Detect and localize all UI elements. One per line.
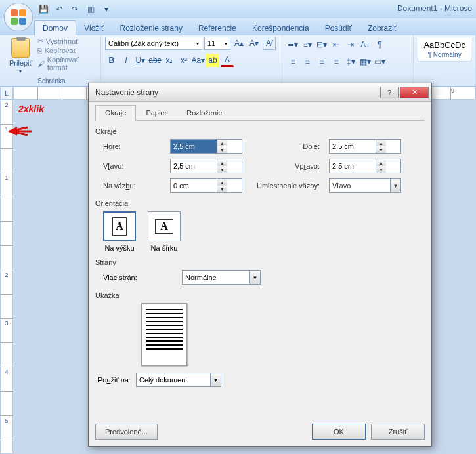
font-color-button[interactable]: A [221, 54, 234, 67]
bold-button[interactable]: B [105, 54, 118, 67]
style-normal[interactable]: AaBbCcDc ¶ Normálny [418, 37, 471, 62]
clear-format-button[interactable]: A⁄ [263, 37, 276, 50]
numbering-button[interactable]: ≡▾ [301, 38, 314, 51]
default-button[interactable]: Predvolené... [95, 424, 158, 440]
borders-button[interactable]: ▭▾ [373, 55, 386, 68]
dialog-title: Nastavenie strany [95, 88, 158, 97]
superscript-button[interactable]: x² [177, 54, 190, 67]
copy-icon: ⎘ [37, 47, 42, 54]
dialog-tab-margins[interactable]: Okraje [95, 105, 136, 121]
chevron-down-icon: ▼ [210, 373, 221, 386]
paste-label: Prilepiť [9, 59, 32, 67]
dialog-tab-paper[interactable]: Papier [136, 105, 177, 121]
close-button[interactable]: ✕ [400, 87, 429, 98]
spin-down-icon[interactable]: ▼ [217, 166, 227, 173]
align-center-button[interactable]: ≡ [301, 55, 314, 68]
office-button[interactable] [4, 3, 33, 31]
chevron-down-icon: ▼ [390, 179, 400, 192]
spin-down-icon[interactable]: ▼ [376, 146, 386, 153]
format-painter-button[interactable]: 🖌Kopírovať formát [37, 56, 97, 72]
spin-up-icon[interactable]: ▲ [217, 179, 227, 186]
fmt-label: Kopírovať formát [47, 56, 97, 72]
dialog-tab-layout[interactable]: Rozloženie [177, 105, 232, 121]
redo-icon[interactable]: ↷ [68, 3, 81, 16]
tab-mailings[interactable]: Korešpondencia [244, 21, 317, 35]
spin-down-icon[interactable]: ▼ [376, 166, 386, 173]
paste-icon [11, 38, 30, 58]
portrait-label: Na výšku [104, 244, 134, 252]
shading-button[interactable]: ▦▾ [358, 55, 372, 68]
style-name: ¶ Normálny [428, 51, 462, 58]
label-multiple: Viac strán: [103, 274, 175, 281]
align-left-button[interactable]: ≡ [286, 55, 299, 68]
show-marks-button[interactable]: ¶ [373, 38, 386, 51]
chevron-down-icon: ▾ [225, 41, 227, 47]
font-name-combo[interactable]: Calibri (Základný text)▾ [105, 37, 202, 50]
cut-label: Vystrihnúť [46, 37, 79, 45]
font-size-combo[interactable]: 11▾ [204, 37, 230, 50]
undo-icon[interactable]: ↶ [53, 3, 66, 16]
section-orientation-label: Orientácia [95, 199, 425, 207]
tab-references[interactable]: Referencie [190, 21, 244, 35]
spin-up-icon[interactable]: ▲ [217, 159, 227, 166]
dedent-button[interactable]: ⇤ [330, 38, 343, 51]
grow-font-button[interactable]: A▴ [232, 37, 246, 50]
copy-button[interactable]: ⎘Kopírovať [37, 47, 97, 54]
paste-button[interactable]: Prilepiť ▾ [7, 37, 35, 75]
subscript-button[interactable]: x₂ [163, 54, 176, 67]
select-multiple[interactable]: Normálne▼ [182, 270, 261, 285]
gutter-pos-value: Vľavo [332, 182, 351, 190]
annotation-arrow [8, 125, 32, 140]
cut-button[interactable]: ✂Vystrihnúť [37, 37, 97, 45]
group-clipboard-label: Schránka [7, 77, 97, 86]
select-apply-to[interactable]: Celý dokument▼ [136, 373, 221, 387]
help-button[interactable]: ? [380, 87, 399, 98]
spin-up-icon[interactable]: ▲ [376, 159, 386, 166]
spin-up-icon[interactable]: ▲ [376, 140, 386, 146]
underline-button[interactable]: U▾ [134, 54, 147, 67]
input-top[interactable]: ▲▼ [170, 139, 242, 154]
scissors-icon: ✂ [37, 37, 43, 45]
indent-button[interactable]: ⇥ [344, 38, 357, 51]
tab-home[interactable]: Domov [34, 20, 76, 35]
spin-up-icon[interactable]: ▲ [217, 140, 227, 146]
shrink-font-button[interactable]: A▾ [248, 37, 261, 50]
multilevel-button[interactable]: ⊟▾ [315, 38, 328, 51]
input-left[interactable]: ▲▼ [170, 159, 242, 173]
spin-down-icon[interactable]: ▼ [217, 186, 227, 192]
change-case-button[interactable]: Aa▾ [192, 54, 205, 67]
save-icon[interactable]: 💾 [37, 3, 50, 16]
tab-pagelayout[interactable]: Rozloženie strany [112, 21, 190, 35]
tab-insert[interactable]: Vložiť [76, 21, 112, 35]
group-paragraph: ≣▾ ≡▾ ⊟▾ ⇤ ⇥ A↓ ¶ ≡ ≡ ≡ ≡ ‡▾ ▦▾ ▭▾ [282, 35, 414, 86]
ruler-vertical[interactable]: 211234567891111 [0, 100, 13, 454]
input-gutter[interactable]: ▲▼ [170, 178, 242, 193]
cancel-button[interactable]: Zrušiť [371, 424, 425, 440]
highlight-button[interactable]: ab [206, 54, 219, 67]
sort-button[interactable]: A↓ [358, 38, 372, 51]
group-clipboard: Prilepiť ▾ ✂Vystrihnúť ⎘Kopírovať 🖌Kopír… [3, 35, 101, 86]
preview-page [141, 303, 187, 366]
titlebar: 💾 ↶ ↷ ▥ ▾ Dokument1 - Microso [0, 0, 476, 18]
tab-view[interactable]: Zobraziť [360, 21, 405, 35]
section-margins-label: Okraje [95, 127, 425, 135]
align-right-button[interactable]: ≡ [315, 55, 328, 68]
tab-review[interactable]: Posúdiť [317, 21, 360, 35]
dialog-titlebar: Nastavenie strany ? ✕ [89, 83, 431, 102]
strike-button[interactable]: abc [148, 54, 162, 67]
print-icon[interactable]: ▥ [84, 3, 97, 16]
orientation-landscape[interactable]: A Na šírku [148, 211, 181, 252]
label-bottom: Dole: [246, 142, 325, 150]
ok-button[interactable]: OK [312, 424, 366, 440]
bullets-button[interactable]: ≣▾ [286, 38, 299, 51]
ruler-corner[interactable]: L [0, 87, 13, 100]
select-gutter-pos[interactable]: Vľavo▼ [329, 178, 401, 193]
italic-button[interactable]: I [119, 54, 133, 67]
spin-down-icon[interactable]: ▼ [217, 146, 227, 153]
input-right[interactable]: ▲▼ [329, 159, 401, 173]
line-spacing-button[interactable]: ‡▾ [344, 55, 357, 68]
justify-button[interactable]: ≡ [330, 55, 343, 68]
orientation-portrait[interactable]: A Na výšku [103, 211, 136, 252]
qat-dropdown-icon[interactable]: ▾ [100, 3, 113, 16]
input-bottom[interactable]: ▲▼ [329, 139, 401, 154]
